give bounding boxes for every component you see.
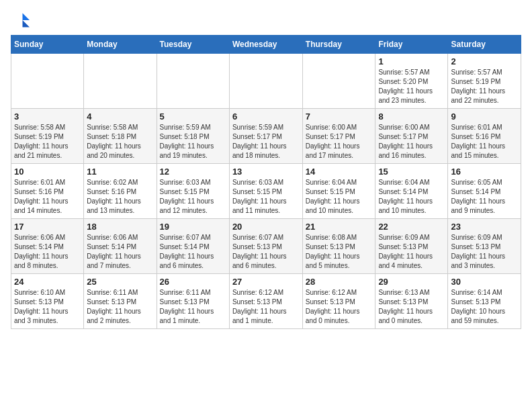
day-number: 19 bbox=[160, 222, 226, 232]
day-info: Sunrise: 6:12 AM Sunset: 5:13 PM Dayligh… bbox=[232, 288, 300, 326]
day-number: 15 bbox=[378, 167, 445, 177]
calendar-cell: 4Sunrise: 5:58 AM Sunset: 5:18 PM Daylig… bbox=[84, 109, 157, 164]
calendar-header-sunday: Sunday bbox=[11, 36, 84, 54]
calendar-cell bbox=[302, 54, 375, 109]
calendar-cell: 12Sunrise: 6:03 AM Sunset: 5:15 PM Dayli… bbox=[157, 164, 229, 219]
calendar-cell: 1Sunrise: 5:57 AM Sunset: 5:20 PM Daylig… bbox=[375, 54, 448, 109]
day-number: 17 bbox=[14, 222, 81, 232]
day-info: Sunrise: 6:04 AM Sunset: 5:14 PM Dayligh… bbox=[378, 178, 445, 216]
calendar-header-wednesday: Wednesday bbox=[229, 36, 302, 54]
logo-icon bbox=[11, 11, 30, 30]
day-number: 16 bbox=[451, 167, 518, 177]
calendar-week-2: 3Sunrise: 5:58 AM Sunset: 5:19 PM Daylig… bbox=[11, 109, 521, 164]
calendar-cell: 20Sunrise: 6:07 AM Sunset: 5:13 PM Dayli… bbox=[229, 219, 302, 274]
calendar-cell bbox=[157, 54, 229, 109]
calendar-cell: 2Sunrise: 5:57 AM Sunset: 5:19 PM Daylig… bbox=[448, 54, 521, 109]
day-number: 27 bbox=[232, 277, 300, 287]
day-info: Sunrise: 6:06 AM Sunset: 5:14 PM Dayligh… bbox=[14, 233, 81, 271]
calendar-cell: 15Sunrise: 6:04 AM Sunset: 5:14 PM Dayli… bbox=[375, 164, 448, 219]
day-info: Sunrise: 6:12 AM Sunset: 5:13 PM Dayligh… bbox=[306, 288, 373, 326]
calendar-cell: 6Sunrise: 5:59 AM Sunset: 5:17 PM Daylig… bbox=[229, 109, 302, 164]
day-info: Sunrise: 6:00 AM Sunset: 5:17 PM Dayligh… bbox=[306, 123, 373, 161]
day-number: 20 bbox=[232, 222, 300, 232]
calendar-cell: 27Sunrise: 6:12 AM Sunset: 5:13 PM Dayli… bbox=[229, 274, 302, 329]
day-info: Sunrise: 6:05 AM Sunset: 5:14 PM Dayligh… bbox=[451, 178, 518, 216]
day-number: 23 bbox=[451, 222, 518, 232]
svg-marker-0 bbox=[23, 13, 30, 21]
day-info: Sunrise: 6:10 AM Sunset: 5:13 PM Dayligh… bbox=[14, 288, 81, 326]
day-number: 11 bbox=[87, 167, 153, 177]
calendar-cell: 7Sunrise: 6:00 AM Sunset: 5:17 PM Daylig… bbox=[302, 109, 375, 164]
calendar-table: SundayMondayTuesdayWednesdayThursdayFrid… bbox=[11, 35, 521, 329]
day-info: Sunrise: 6:11 AM Sunset: 5:13 PM Dayligh… bbox=[160, 288, 226, 326]
calendar-cell: 8Sunrise: 6:00 AM Sunset: 5:17 PM Daylig… bbox=[375, 109, 448, 164]
calendar-cell: 23Sunrise: 6:09 AM Sunset: 5:13 PM Dayli… bbox=[448, 219, 521, 274]
calendar-cell: 13Sunrise: 6:03 AM Sunset: 5:15 PM Dayli… bbox=[229, 164, 302, 219]
calendar-cell bbox=[229, 54, 302, 109]
day-number: 18 bbox=[87, 222, 153, 232]
day-info: Sunrise: 6:11 AM Sunset: 5:13 PM Dayligh… bbox=[87, 288, 153, 326]
day-number: 4 bbox=[87, 111, 153, 122]
svg-marker-1 bbox=[23, 20, 30, 28]
day-number: 2 bbox=[451, 56, 518, 66]
calendar-cell: 11Sunrise: 6:02 AM Sunset: 5:16 PM Dayli… bbox=[84, 164, 157, 219]
calendar-cell: 10Sunrise: 6:01 AM Sunset: 5:16 PM Dayli… bbox=[11, 164, 84, 219]
calendar-cell: 29Sunrise: 6:13 AM Sunset: 5:13 PM Dayli… bbox=[375, 274, 448, 329]
day-number: 22 bbox=[378, 222, 445, 232]
calendar-header-tuesday: Tuesday bbox=[157, 36, 229, 54]
calendar-header-thursday: Thursday bbox=[302, 36, 375, 54]
day-number: 8 bbox=[378, 111, 445, 122]
calendar-cell: 16Sunrise: 6:05 AM Sunset: 5:14 PM Dayli… bbox=[448, 164, 521, 219]
day-info: Sunrise: 6:08 AM Sunset: 5:13 PM Dayligh… bbox=[306, 233, 373, 271]
page-header bbox=[11, 11, 521, 30]
day-info: Sunrise: 5:57 AM Sunset: 5:20 PM Dayligh… bbox=[378, 68, 445, 105]
calendar-cell: 30Sunrise: 6:14 AM Sunset: 5:13 PM Dayli… bbox=[448, 274, 521, 329]
day-info: Sunrise: 6:07 AM Sunset: 5:13 PM Dayligh… bbox=[232, 233, 300, 271]
day-info: Sunrise: 6:13 AM Sunset: 5:13 PM Dayligh… bbox=[378, 288, 445, 326]
calendar-cell: 14Sunrise: 6:04 AM Sunset: 5:15 PM Dayli… bbox=[302, 164, 375, 219]
day-info: Sunrise: 6:02 AM Sunset: 5:16 PM Dayligh… bbox=[87, 178, 153, 216]
calendar-header-saturday: Saturday bbox=[448, 36, 521, 54]
day-info: Sunrise: 6:00 AM Sunset: 5:17 PM Dayligh… bbox=[378, 123, 445, 161]
day-info: Sunrise: 5:59 AM Sunset: 5:18 PM Dayligh… bbox=[160, 123, 226, 161]
calendar-header-monday: Monday bbox=[84, 36, 157, 54]
day-number: 26 bbox=[160, 277, 226, 287]
day-info: Sunrise: 6:01 AM Sunset: 5:16 PM Dayligh… bbox=[14, 178, 81, 216]
day-info: Sunrise: 6:03 AM Sunset: 5:15 PM Dayligh… bbox=[232, 178, 300, 216]
calendar-week-5: 24Sunrise: 6:10 AM Sunset: 5:13 PM Dayli… bbox=[11, 274, 521, 329]
day-info: Sunrise: 6:09 AM Sunset: 5:13 PM Dayligh… bbox=[378, 233, 445, 271]
day-number: 10 bbox=[14, 167, 81, 177]
day-info: Sunrise: 5:58 AM Sunset: 5:19 PM Dayligh… bbox=[14, 123, 81, 161]
day-number: 21 bbox=[306, 222, 373, 232]
day-number: 28 bbox=[306, 277, 373, 287]
day-info: Sunrise: 6:14 AM Sunset: 5:13 PM Dayligh… bbox=[451, 288, 518, 326]
calendar-header-friday: Friday bbox=[375, 36, 448, 54]
calendar-cell: 18Sunrise: 6:06 AM Sunset: 5:14 PM Dayli… bbox=[84, 219, 157, 274]
day-number: 30 bbox=[451, 277, 518, 287]
day-info: Sunrise: 6:04 AM Sunset: 5:15 PM Dayligh… bbox=[306, 178, 373, 216]
calendar-cell: 25Sunrise: 6:11 AM Sunset: 5:13 PM Dayli… bbox=[84, 274, 157, 329]
calendar-cell: 26Sunrise: 6:11 AM Sunset: 5:13 PM Dayli… bbox=[157, 274, 229, 329]
day-info: Sunrise: 5:58 AM Sunset: 5:18 PM Dayligh… bbox=[87, 123, 153, 161]
calendar-week-3: 10Sunrise: 6:01 AM Sunset: 5:16 PM Dayli… bbox=[11, 164, 521, 219]
logo bbox=[11, 11, 32, 30]
day-number: 13 bbox=[232, 167, 300, 177]
calendar-week-1: 1Sunrise: 5:57 AM Sunset: 5:20 PM Daylig… bbox=[11, 54, 521, 109]
calendar-week-4: 17Sunrise: 6:06 AM Sunset: 5:14 PM Dayli… bbox=[11, 219, 521, 274]
calendar-cell: 24Sunrise: 6:10 AM Sunset: 5:13 PM Dayli… bbox=[11, 274, 84, 329]
day-number: 5 bbox=[160, 111, 226, 122]
day-info: Sunrise: 6:07 AM Sunset: 5:14 PM Dayligh… bbox=[160, 233, 226, 271]
calendar-cell: 17Sunrise: 6:06 AM Sunset: 5:14 PM Dayli… bbox=[11, 219, 84, 274]
day-number: 9 bbox=[451, 111, 518, 122]
day-number: 14 bbox=[306, 167, 373, 177]
calendar-cell: 9Sunrise: 6:01 AM Sunset: 5:16 PM Daylig… bbox=[448, 109, 521, 164]
calendar-cell: 19Sunrise: 6:07 AM Sunset: 5:14 PM Dayli… bbox=[157, 219, 229, 274]
day-info: Sunrise: 6:03 AM Sunset: 5:15 PM Dayligh… bbox=[160, 178, 226, 216]
day-number: 25 bbox=[87, 277, 153, 287]
day-info: Sunrise: 5:57 AM Sunset: 5:19 PM Dayligh… bbox=[451, 68, 518, 105]
calendar-cell: 3Sunrise: 5:58 AM Sunset: 5:19 PM Daylig… bbox=[11, 109, 84, 164]
calendar-header-row: SundayMondayTuesdayWednesdayThursdayFrid… bbox=[11, 36, 521, 54]
day-info: Sunrise: 5:59 AM Sunset: 5:17 PM Dayligh… bbox=[232, 123, 300, 161]
day-number: 12 bbox=[160, 167, 226, 177]
day-number: 3 bbox=[14, 111, 81, 122]
